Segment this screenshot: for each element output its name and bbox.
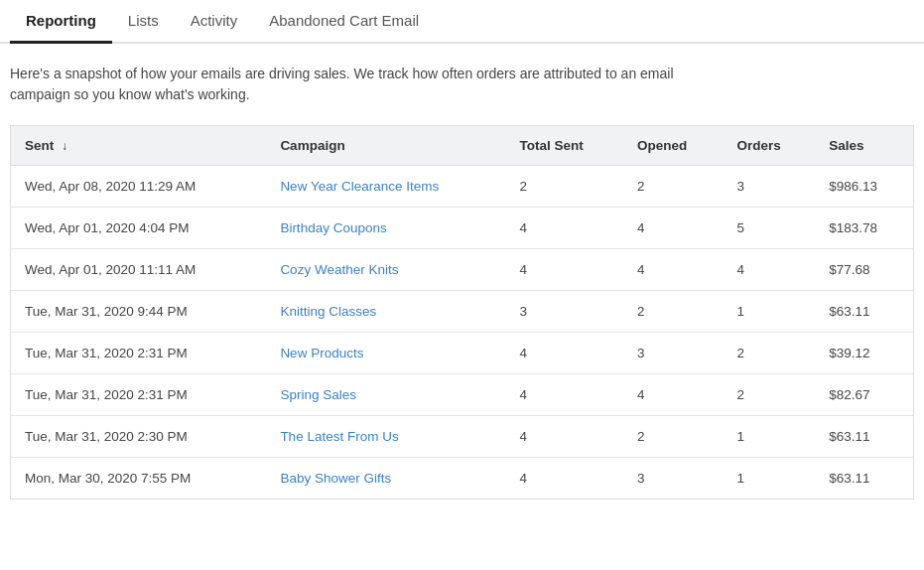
table-body: Wed, Apr 08, 2020 11:29 AMNew Year Clear… xyxy=(11,166,914,499)
cell-sales: $986.13 xyxy=(815,166,913,208)
cell-orders: 1 xyxy=(723,416,815,458)
col-campaign-label: Campaign xyxy=(280,138,344,153)
page-description: Here's a snapshot of how your emails are… xyxy=(0,64,695,125)
reporting-table: Sent ↓ Campaign Total Sent Opened Orders… xyxy=(10,125,914,499)
cell-total-sent: 3 xyxy=(506,291,623,333)
tab-lists[interactable]: Lists xyxy=(112,0,175,44)
tab-abandoned-cart[interactable]: Abandoned Cart Email xyxy=(253,0,435,44)
cell-orders: 1 xyxy=(723,458,815,499)
table-row: Wed, Apr 01, 2020 4:04 PMBirthday Coupon… xyxy=(11,208,914,249)
table-row: Tue, Mar 31, 2020 2:31 PMNew Products432… xyxy=(11,333,914,374)
cell-sales: $39.12 xyxy=(815,333,913,374)
col-sent-label: Sent xyxy=(25,138,54,153)
cell-campaign[interactable]: The Latest From Us xyxy=(266,416,505,458)
cell-orders: 2 xyxy=(723,333,815,374)
reporting-table-container: Sent ↓ Campaign Total Sent Opened Orders… xyxy=(0,125,924,499)
cell-orders: 3 xyxy=(723,166,815,208)
cell-sent: Tue, Mar 31, 2020 9:44 PM xyxy=(11,291,267,333)
cell-opened: 2 xyxy=(623,416,723,458)
cell-opened: 2 xyxy=(623,166,723,208)
table-row: Wed, Apr 08, 2020 11:29 AMNew Year Clear… xyxy=(11,166,914,208)
cell-sent: Tue, Mar 31, 2020 2:30 PM xyxy=(11,416,267,458)
table-row: Tue, Mar 31, 2020 9:44 PMKnitting Classe… xyxy=(11,291,914,333)
cell-campaign[interactable]: Knitting Classes xyxy=(266,291,505,333)
cell-campaign[interactable]: Baby Shower Gifts xyxy=(266,458,505,499)
cell-total-sent: 4 xyxy=(506,208,623,249)
cell-total-sent: 4 xyxy=(506,416,623,458)
cell-campaign[interactable]: Cozy Weather Knits xyxy=(266,249,505,291)
table-header-row: Sent ↓ Campaign Total Sent Opened Orders… xyxy=(11,126,914,166)
cell-sent: Tue, Mar 31, 2020 2:31 PM xyxy=(11,374,267,416)
cell-sent: Tue, Mar 31, 2020 2:31 PM xyxy=(11,333,267,374)
campaign-link[interactable]: Birthday Coupons xyxy=(280,220,386,235)
cell-sent: Mon, Mar 30, 2020 7:55 PM xyxy=(11,458,267,499)
cell-sales: $82.67 xyxy=(815,374,913,416)
tab-reporting[interactable]: Reporting xyxy=(10,0,112,44)
col-sales: Sales xyxy=(815,126,913,166)
campaign-link[interactable]: The Latest From Us xyxy=(280,429,398,444)
cell-orders: 4 xyxy=(723,249,815,291)
nav-tabs: Reporting Lists Activity Abandoned Cart … xyxy=(0,0,924,44)
campaign-link[interactable]: Cozy Weather Knits xyxy=(280,262,398,277)
cell-opened: 4 xyxy=(623,249,723,291)
cell-opened: 4 xyxy=(623,374,723,416)
table-row: Tue, Mar 31, 2020 2:31 PMSpring Sales442… xyxy=(11,374,914,416)
col-campaign: Campaign xyxy=(266,126,505,166)
cell-orders: 2 xyxy=(723,374,815,416)
cell-campaign[interactable]: Birthday Coupons xyxy=(266,208,505,249)
cell-sales: $63.11 xyxy=(815,291,913,333)
col-sent[interactable]: Sent ↓ xyxy=(11,126,267,166)
col-opened: Opened xyxy=(623,126,723,166)
cell-total-sent: 4 xyxy=(506,333,623,374)
campaign-link[interactable]: Knitting Classes xyxy=(280,304,376,319)
col-orders: Orders xyxy=(723,126,815,166)
cell-sent: Wed, Apr 08, 2020 11:29 AM xyxy=(11,166,267,208)
table-row: Mon, Mar 30, 2020 7:55 PMBaby Shower Gif… xyxy=(11,458,914,499)
campaign-link[interactable]: Baby Shower Gifts xyxy=(280,471,391,486)
table-row: Tue, Mar 31, 2020 2:30 PMThe Latest From… xyxy=(11,416,914,458)
cell-opened: 3 xyxy=(623,333,723,374)
table-row: Wed, Apr 01, 2020 11:11 AMCozy Weather K… xyxy=(11,249,914,291)
campaign-link[interactable]: Spring Sales xyxy=(280,387,356,402)
cell-total-sent: 2 xyxy=(506,166,623,208)
tab-activity[interactable]: Activity xyxy=(175,0,254,44)
campaign-link[interactable]: New Products xyxy=(280,346,363,360)
campaign-link[interactable]: New Year Clearance Items xyxy=(280,179,439,194)
cell-total-sent: 4 xyxy=(506,458,623,499)
cell-opened: 3 xyxy=(623,458,723,499)
cell-sales: $63.11 xyxy=(815,458,913,499)
cell-sent: Wed, Apr 01, 2020 4:04 PM xyxy=(11,208,267,249)
cell-sales: $183.78 xyxy=(815,208,913,249)
cell-sales: $63.11 xyxy=(815,416,913,458)
cell-total-sent: 4 xyxy=(506,249,623,291)
cell-opened: 2 xyxy=(623,291,723,333)
cell-opened: 4 xyxy=(623,208,723,249)
cell-orders: 1 xyxy=(723,291,815,333)
col-total-sent: Total Sent xyxy=(506,126,623,166)
col-total-sent-label: Total Sent xyxy=(520,138,584,153)
cell-sales: $77.68 xyxy=(815,249,913,291)
col-sales-label: Sales xyxy=(829,138,863,153)
cell-orders: 5 xyxy=(723,208,815,249)
col-orders-label: Orders xyxy=(736,138,780,153)
cell-campaign[interactable]: Spring Sales xyxy=(266,374,505,416)
sort-icon: ↓ xyxy=(62,139,67,153)
cell-campaign[interactable]: New Products xyxy=(266,333,505,374)
cell-sent: Wed, Apr 01, 2020 11:11 AM xyxy=(11,249,267,291)
cell-campaign[interactable]: New Year Clearance Items xyxy=(266,166,505,208)
cell-total-sent: 4 xyxy=(506,374,623,416)
col-opened-label: Opened xyxy=(637,138,687,153)
